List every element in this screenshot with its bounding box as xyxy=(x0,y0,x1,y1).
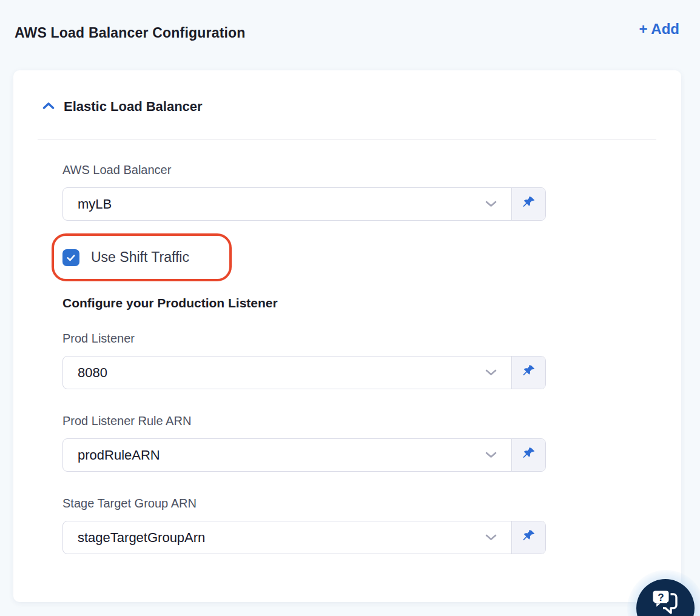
prod-listener-select: 8080 xyxy=(62,356,546,389)
field-label-prod-listener: Prod Listener xyxy=(62,332,546,346)
checkbox-checked-icon[interactable] xyxy=(62,249,79,266)
svg-text:?: ? xyxy=(658,592,664,603)
page-header: AWS Load Balancer Configuration + Add xyxy=(0,0,700,41)
use-shift-traffic-checkbox-row[interactable]: Use Shift Traffic xyxy=(62,249,189,266)
add-button[interactable]: + Add xyxy=(639,21,679,38)
pin-button[interactable] xyxy=(511,521,545,554)
annotation-highlight: Use Shift Traffic xyxy=(52,233,232,281)
pushpin-icon xyxy=(521,195,536,213)
prod-listener-rule-arn-input[interactable]: prodRuleARN xyxy=(63,439,511,471)
page-title: AWS Load Balancer Configuration xyxy=(15,24,246,41)
aws-load-balancer-value: myLB xyxy=(78,196,112,212)
section-header-elastic-load-balancer[interactable]: Elastic Load Balancer xyxy=(38,98,656,115)
stage-target-group-arn-value: stageTargetGroupArn xyxy=(78,530,205,546)
pin-button[interactable] xyxy=(511,439,545,471)
prod-listener-rule-arn-select: prodRuleARN xyxy=(62,438,546,472)
pin-button[interactable] xyxy=(511,357,545,389)
checkbox-label: Use Shift Traffic xyxy=(91,249,189,266)
chevron-down-icon[interactable] xyxy=(485,367,497,378)
chevron-down-icon[interactable] xyxy=(485,532,497,543)
section-title: Elastic Load Balancer xyxy=(64,99,203,115)
field-label-aws-load-balancer: AWS Load Balancer xyxy=(62,163,546,177)
divider xyxy=(38,139,656,139)
pushpin-icon xyxy=(521,446,536,464)
stage-target-group-arn-select: stageTargetGroupArn xyxy=(62,521,546,554)
pushpin-icon xyxy=(521,529,536,546)
chevron-down-icon[interactable] xyxy=(485,450,497,461)
chevron-up-icon xyxy=(42,101,55,112)
stage-target-group-arn-input[interactable]: stageTargetGroupArn xyxy=(63,521,511,554)
field-label-stage-target-group-arn: Stage Target Group ARN xyxy=(62,497,546,511)
prod-listener-input[interactable]: 8080 xyxy=(63,357,511,389)
pin-button[interactable] xyxy=(511,188,545,220)
aws-load-balancer-input[interactable]: myLB xyxy=(63,188,511,220)
chat-question-icon: ? xyxy=(651,597,680,616)
form: AWS Load Balancer myLB xyxy=(62,163,546,554)
field-label-prod-listener-rule-arn: Prod Listener Rule ARN xyxy=(62,414,546,428)
pushpin-icon xyxy=(521,364,536,381)
aws-load-balancer-select: myLB xyxy=(62,187,546,221)
subheading-production-listener: Configure your Production Listener xyxy=(62,295,546,310)
load-balancer-card: Elastic Load Balancer AWS Load Balancer … xyxy=(13,70,681,602)
chevron-down-icon[interactable] xyxy=(485,199,497,210)
prod-listener-value: 8080 xyxy=(78,365,107,381)
prod-listener-rule-arn-value: prodRuleARN xyxy=(78,447,160,463)
